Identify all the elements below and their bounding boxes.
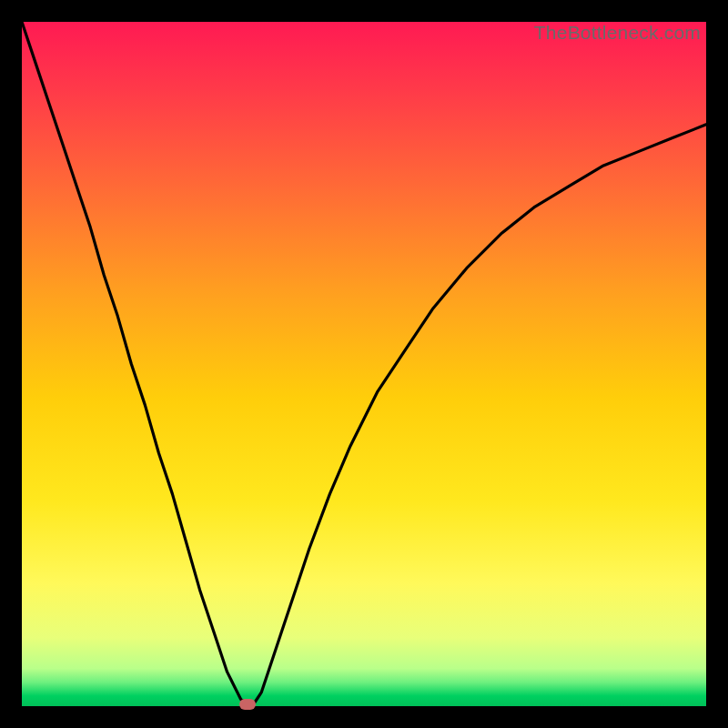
- watermark-text: TheBottleneck.com: [534, 22, 701, 44]
- bottleneck-chart: [22, 22, 706, 706]
- minimum-marker: [239, 699, 256, 710]
- gradient-background: [22, 22, 706, 706]
- chart-frame: TheBottleneck.com: [22, 22, 706, 706]
